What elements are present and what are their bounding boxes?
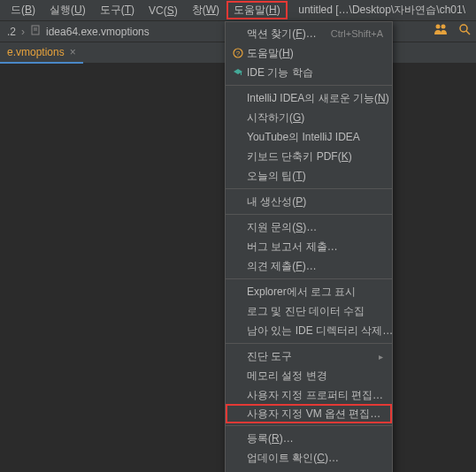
users-icon[interactable] bbox=[434, 23, 448, 38]
svg-text:?: ? bbox=[236, 49, 241, 57]
close-icon[interactable]: × bbox=[70, 46, 76, 58]
menu-keyboard-pdf[interactable]: 키보드 단축키 PDF(K) bbox=[226, 147, 392, 166]
menu-label: 사용자 지정 VM 옵션 편집… bbox=[247, 407, 380, 422]
menu-label: Explorer에서 로그 표시 bbox=[247, 285, 356, 300]
menu-separator bbox=[226, 85, 392, 86]
menu-submit-bug[interactable]: 버그 보고서 제출… bbox=[226, 237, 392, 256]
menu-register[interactable]: 등록(R)… bbox=[226, 429, 392, 448]
menu-my-productivity[interactable]: 내 생산성(P) bbox=[226, 192, 392, 211]
file-icon bbox=[30, 25, 41, 38]
menu-check-updates[interactable]: 업데이트 확인(C)… bbox=[226, 448, 392, 468]
menu-label: 로그 및 진단 데이터 수집 bbox=[247, 304, 365, 319]
menu-youtube[interactable]: YouTube의 IntelliJ IDEA bbox=[226, 127, 392, 147]
menu-help[interactable]: 도움말(H) bbox=[226, 1, 288, 19]
question-icon: ? bbox=[231, 48, 245, 58]
menu-label: 키보드 단축키 PDF(K) bbox=[247, 149, 352, 164]
toolbar-right bbox=[434, 23, 471, 38]
menu-label: 오늘의 팁(T) bbox=[247, 169, 306, 184]
menu-submit-feedback[interactable]: 의견 제출(F)… bbox=[226, 256, 392, 276]
search-icon[interactable] bbox=[458, 23, 471, 38]
menu-label: IntelliJ IDEA의 새로운 기능(N) bbox=[247, 91, 389, 106]
menu-tools[interactable]: 도구(T) bbox=[93, 1, 142, 19]
breadcrumb-part[interactable]: .2 bbox=[7, 26, 16, 38]
menu-learn-ide[interactable]: IDE 기능 학습 bbox=[226, 63, 392, 82]
menu-vcs[interactable]: VC(S) bbox=[142, 3, 185, 19]
menu-separator bbox=[226, 278, 392, 279]
menu-window[interactable]: 창(W) bbox=[185, 1, 226, 19]
menu-tip-of-day[interactable]: 오늘의 팁(T) bbox=[226, 166, 392, 186]
menu-label: 사용자 지정 프로퍼티 편집… bbox=[247, 388, 383, 403]
svg-point-3 bbox=[436, 25, 441, 29]
menu-show-log[interactable]: Explorer에서 로그 표시 bbox=[226, 282, 392, 301]
menu-delete-dirs[interactable]: 남아 있는 IDE 디렉터리 삭제… bbox=[226, 321, 392, 340]
menu-about[interactable]: 정보(A) bbox=[226, 468, 392, 472]
breadcrumb-file[interactable]: idea64.exe.vmoptions bbox=[46, 26, 150, 38]
menubar: 드(B) 실행(U) 도구(T) VC(S) 창(W) 도움말(H) untit… bbox=[0, 0, 476, 21]
menu-label: 버그 보고서 제출… bbox=[247, 240, 338, 255]
menu-separator bbox=[226, 425, 392, 426]
menu-build[interactable]: 드(B) bbox=[4, 1, 42, 19]
menu-label: 의견 제출(F)… bbox=[247, 259, 317, 274]
chevron-right-icon: ▸ bbox=[379, 352, 383, 362]
menu-edit-vm-options[interactable]: 사용자 지정 VM 옵션 편집… bbox=[226, 404, 392, 423]
menu-help-item[interactable]: ? 도움말(H) bbox=[226, 43, 392, 63]
window-title: untitled […\Desktop\자바연습\ch01\ bbox=[291, 1, 472, 19]
menu-change-memory[interactable]: 메모리 설정 변경 bbox=[226, 366, 392, 385]
svg-rect-9 bbox=[241, 72, 242, 75]
menu-separator bbox=[226, 188, 392, 189]
svg-line-6 bbox=[466, 31, 470, 34]
menu-shortcut: Ctrl+Shift+A bbox=[319, 28, 383, 39]
graduation-icon bbox=[231, 67, 245, 78]
menu-label: 등록(R)… bbox=[247, 431, 294, 446]
menu-label: 내 생산성(P) bbox=[247, 194, 306, 209]
menu-label: 도움말(H) bbox=[247, 46, 294, 61]
menu-label: 액션 찾기(F)… bbox=[247, 27, 317, 42]
tab-label: e.vmoptions bbox=[7, 46, 65, 58]
menu-collect-logs[interactable]: 로그 및 진단 데이터 수집 bbox=[226, 301, 392, 321]
menu-label: 시작하기(G) bbox=[247, 110, 304, 126]
menu-separator bbox=[226, 343, 392, 344]
chevron-right-icon: › bbox=[19, 26, 27, 38]
menu-getting-started[interactable]: 시작하기(G) bbox=[226, 108, 392, 127]
tab-vmoptions[interactable]: e.vmoptions × bbox=[0, 42, 83, 64]
menu-label: YouTube의 IntelliJ IDEA bbox=[247, 130, 360, 145]
menu-label: 업데이트 확인(C)… bbox=[247, 451, 339, 466]
menu-separator bbox=[226, 214, 392, 215]
menu-label: 지원 문의(S)… bbox=[247, 220, 317, 235]
menu-run[interactable]: 실행(U) bbox=[42, 1, 93, 19]
menu-edit-properties[interactable]: 사용자 지정 프로퍼티 편집… bbox=[226, 385, 392, 405]
svg-point-4 bbox=[441, 25, 446, 29]
menu-label: 메모리 설정 변경 bbox=[247, 369, 327, 384]
help-dropdown: 액션 찾기(F)… Ctrl+Shift+A ? 도움말(H) IDE 기능 학… bbox=[225, 21, 393, 472]
menu-whats-new[interactable]: IntelliJ IDEA의 새로운 기능(N) bbox=[226, 88, 392, 108]
menu-label: 진단 도구 bbox=[247, 349, 292, 364]
menu-find-action[interactable]: 액션 찾기(F)… Ctrl+Shift+A bbox=[226, 24, 392, 43]
menu-diagnostic-tools[interactable]: 진단 도구▸ bbox=[226, 346, 392, 366]
menu-contact-support[interactable]: 지원 문의(S)… bbox=[226, 217, 392, 237]
svg-point-5 bbox=[460, 25, 467, 32]
menu-label: 남아 있는 IDE 디렉터리 삭제… bbox=[247, 324, 393, 339]
menu-label: IDE 기능 학습 bbox=[247, 65, 313, 80]
